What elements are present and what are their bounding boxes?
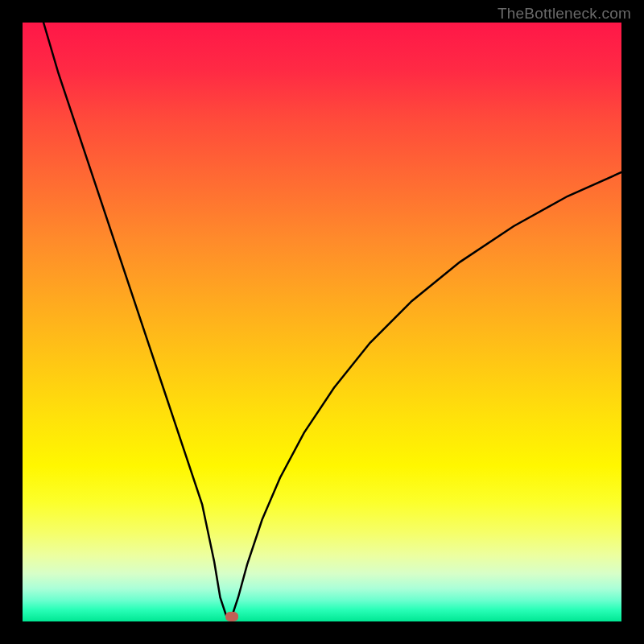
minimum-marker	[225, 612, 238, 621]
bottleneck-curve	[23, 23, 621, 621]
chart-area	[23, 23, 621, 621]
curve-path	[43, 23, 621, 616]
watermark-text: TheBottleneck.com	[497, 5, 631, 23]
